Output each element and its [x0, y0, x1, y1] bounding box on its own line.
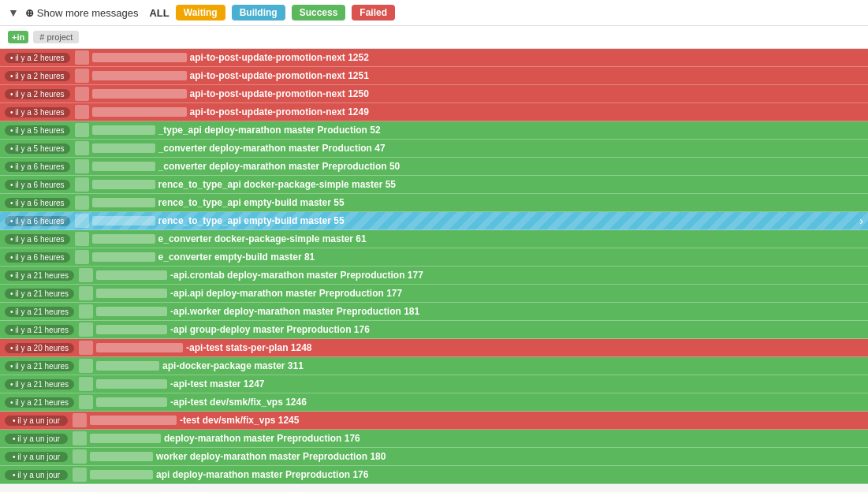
project-tag[interactable]: # project [33, 31, 79, 43]
job-row[interactable]: • il y a un jourdeploy-marathon master P… [0, 430, 868, 448]
time-badge: • il y a 5 heures [5, 125, 70, 136]
blurred-user-info [92, 198, 155, 207]
job-row[interactable]: • il y a 6 heures_converter deploy-marat… [0, 158, 868, 176]
avatar [79, 268, 93, 282]
job-row[interactable]: • il y a 2 heuresapi-to-post-update-prom… [0, 49, 868, 67]
job-row[interactable]: • il y a 6 heurese_converter docker-pack… [0, 230, 868, 248]
avatar [73, 468, 87, 482]
blurred-user-info [92, 234, 155, 244]
blurred-user-info [96, 270, 167, 280]
time-badge: • il y a 6 heures [5, 252, 70, 263]
job-row[interactable]: • il y a 20 heures-api-test stats-per-pl… [0, 339, 868, 357]
time-badge: • il y a 21 heures [5, 270, 74, 281]
job-row[interactable]: • il y a un jourworker deploy-marathon m… [0, 448, 868, 466]
job-name: _converter deploy-marathon master Produc… [158, 143, 386, 154]
job-row[interactable]: • il y a 5 heures_type_api deploy-marath… [0, 121, 868, 140]
avatar [75, 232, 89, 246]
blurred-user-info [90, 470, 153, 479]
time-badge: • il y a 2 heures [5, 89, 70, 99]
time-badge: • il y a 2 heures [5, 71, 70, 81]
chevron-right-icon: › [859, 214, 863, 227]
job-info: _converter deploy-marathon master Prepro… [75, 159, 863, 173]
avatar [75, 141, 89, 155]
job-info: api deploy-marathon master Preproduction… [73, 468, 863, 482]
failed-badge[interactable]: Failed [352, 5, 395, 20]
avatar [79, 359, 93, 373]
job-row[interactable]: • il y a 6 heuresrence_to_type_api empty… [0, 212, 868, 230]
job-row[interactable]: • il y a 6 heurese_converter empty-build… [0, 248, 868, 266]
job-row[interactable]: • il y a un jour-test dev/smk/fix_vps 12… [0, 412, 868, 430]
avatar [75, 250, 89, 264]
job-name: -api-test stats-per-plan 1248 [186, 342, 311, 353]
job-row[interactable]: • il y a 21 heures-api.worker deploy-mar… [0, 303, 868, 321]
plus-in-badge[interactable]: +in [8, 31, 28, 43]
avatar [75, 123, 89, 137]
blurred-user-info [96, 289, 167, 298]
avatar [75, 87, 89, 101]
avatar [79, 341, 93, 355]
job-row[interactable]: • il y a 21 heures-api.api deploy-marath… [0, 285, 868, 303]
job-info: api-docker-package master 311 [79, 359, 863, 373]
job-row[interactable]: • il y a 2 heuresapi-to-post-update-prom… [0, 67, 868, 85]
blurred-user-info [92, 216, 155, 226]
avatar [73, 431, 87, 445]
time-badge: • il y a 21 heures [5, 325, 74, 335]
job-row[interactable]: • il y a 2 heuresapi-to-post-update-prom… [0, 85, 868, 103]
time-badge: • il y a un jour [5, 416, 68, 426]
job-info: api-to-post-update-promotion-next 1249 [75, 105, 863, 119]
job-info: api-to-post-update-promotion-next 1250 [75, 87, 863, 101]
job-info: e_converter docker-package-simple master… [75, 232, 863, 246]
avatar [75, 196, 89, 210]
time-badge: • il y a 21 heures [5, 289, 74, 299]
blurred-user-info [90, 452, 153, 461]
avatar [73, 449, 87, 464]
job-name: _converter deploy-marathon master Prepro… [158, 161, 400, 172]
time-badge: • il y a 5 heures [5, 144, 70, 154]
job-info: -api-test dev/smk/fix_vps 1246 [79, 395, 863, 409]
job-name: rence_to_type_api empty-build master 55 [158, 215, 345, 226]
job-info: -api.crontab deploy-marathon master Prep… [79, 268, 863, 282]
job-name: _type_api deploy-marathon master Product… [158, 125, 381, 136]
job-row[interactable]: • il y a 21 heures-api-test dev/smk/fix_… [0, 393, 868, 412]
job-info: rence_to_type_api docker-package-simple … [75, 177, 863, 192]
avatar [73, 413, 87, 427]
blurred-user-info [92, 162, 155, 171]
job-row[interactable]: • il y a 21 heuresapi-docker-package mas… [0, 357, 868, 375]
all-filter[interactable]: ALL [149, 7, 169, 19]
blurred-user-info [90, 416, 177, 425]
success-badge[interactable]: Success [292, 5, 346, 20]
job-name: deploy-marathon master Preproduction 176 [164, 433, 360, 444]
job-row[interactable]: • il y a un jourapi deploy-marathon mast… [0, 466, 868, 484]
blurred-user-info [96, 397, 167, 407]
building-badge[interactable]: Building [232, 5, 285, 20]
blurred-user-info [96, 307, 167, 316]
jobs-list: • il y a 2 heuresapi-to-post-update-prom… [0, 49, 868, 484]
time-badge: • il y a 2 heures [5, 53, 70, 63]
blurred-user-info [92, 252, 155, 262]
job-row[interactable]: • il y a 6 heuresrence_to_type_api docke… [0, 176, 868, 194]
job-row[interactable]: • il y a 6 heuresrence_to_type_api empty… [0, 194, 868, 212]
blurred-user-info [92, 144, 155, 153]
job-name: -api.api deploy-marathon master Preprodu… [170, 288, 402, 299]
blurred-user-info [92, 107, 187, 117]
job-name: -api-test master 1247 [170, 378, 264, 390]
avatar [79, 322, 93, 337]
job-row[interactable]: • il y a 3 heuresapi-to-post-update-prom… [0, 103, 868, 121]
job-row[interactable]: • il y a 21 heures-api group-deploy mast… [0, 321, 868, 339]
show-more-button[interactable]: ⊕ Show more messages [25, 7, 139, 19]
job-info: deploy-marathon master Preproduction 176 [73, 431, 863, 445]
job-name: e_converter empty-build master 81 [158, 252, 315, 263]
avatar [75, 159, 89, 173]
avatar [79, 304, 93, 319]
job-row[interactable]: • il y a 5 heures_converter deploy-marat… [0, 140, 868, 158]
job-row[interactable]: • il y a 21 heures-api.crontab deploy-ma… [0, 266, 868, 285]
avatar [75, 177, 89, 192]
job-name: -api.worker deploy-marathon master Prepr… [170, 306, 419, 317]
job-name: api-to-post-update-promotion-next 1249 [190, 106, 369, 117]
job-info: -api.worker deploy-marathon master Prepr… [79, 304, 863, 319]
blurred-user-info [92, 71, 187, 80]
waiting-badge[interactable]: Waiting [176, 5, 225, 20]
job-name: rence_to_type_api empty-build master 55 [158, 197, 345, 208]
time-badge: • il y a 20 heures [5, 343, 74, 353]
job-row[interactable]: • il y a 21 heures-api-test master 1247 [0, 375, 868, 393]
